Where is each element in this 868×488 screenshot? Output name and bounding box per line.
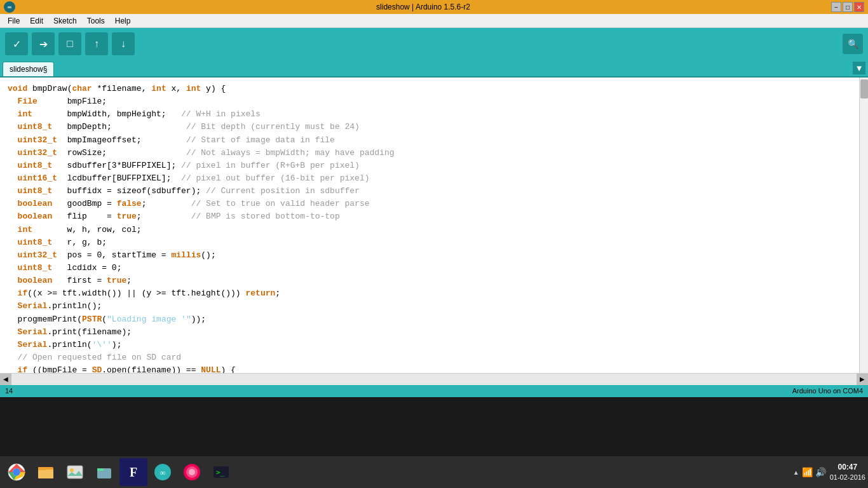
code-line-1: void bmpDraw(char *filename, int x, int …	[8, 83, 860, 95]
maximize-button[interactable]: □	[843, 2, 853, 12]
code-line-23: Serial.print(filename);	[8, 326, 860, 339]
taskbar-icon-f[interactable]: F	[119, 458, 147, 486]
taskbar: F ∞ >_ ▲ 📶 🔊	[0, 456, 868, 488]
code-line-19: if((x >= tft.width()) || (y >= tft.heigh…	[8, 287, 860, 300]
code-line-12: boolean flip = true; // BMP is stored bo…	[8, 210, 860, 223]
code-editor[interactable]: void bmpDraw(char *filename, int x, int …	[0, 78, 868, 373]
hscroll-track[interactable]	[11, 374, 857, 385]
taskbar-network-icon: 📶	[802, 467, 813, 477]
taskbar-sound-icon: 🔊	[815, 467, 826, 477]
menu-file[interactable]: File	[3, 15, 25, 27]
minimize-button[interactable]: −	[831, 2, 841, 12]
code-line-4: int bmpWidth, bmpHeight; // W+H in pixel…	[8, 108, 860, 121]
window-title: slideshow | Arduino 1.5.6-r2	[15, 3, 831, 11]
upload-button[interactable]: ➔	[32, 32, 55, 55]
svg-rect-4	[38, 470, 53, 478]
save-button[interactable]: ↓	[112, 32, 135, 55]
close-button[interactable]: ✕	[854, 2, 864, 12]
taskbar-icon-chrome[interactable]	[3, 458, 31, 486]
taskbar-icon-photo[interactable]	[178, 458, 206, 486]
taskbar-expand-icon[interactable]: ▲	[793, 469, 799, 476]
taskbar-icon-arduino[interactable]: ∞	[149, 458, 177, 486]
tab-dropdown-button[interactable]: ▼	[853, 62, 865, 74]
window-controls: − □ ✕	[831, 2, 864, 12]
menu-edit[interactable]: Edit	[25, 15, 48, 27]
svg-point-7	[70, 468, 74, 472]
code-line-3: File bmpFile;	[8, 95, 860, 108]
svg-text:>_: >_	[216, 468, 225, 477]
code-line-17: boolean first = true;	[8, 274, 860, 287]
code-line-5: uint8_t bmpDepth; // Bit depth (currentl…	[8, 121, 860, 133]
scrollbar-thumb[interactable]	[860, 79, 868, 98]
new-button[interactable]: □	[58, 32, 81, 55]
statusbar: 14 Arduino Uno on COM4	[0, 384, 868, 397]
code-line-26: if ((bmpFile = SD.open(filename)) == NUL…	[8, 364, 860, 373]
taskbar-right: ▲ 📶 🔊 00:47 01-02-2016	[793, 462, 865, 482]
taskbar-app-icons: F ∞ >_	[3, 458, 235, 486]
titlebar: ∞ slideshow | Arduino 1.5.6-r2 − □ ✕	[0, 0, 868, 14]
svg-rect-5	[38, 467, 46, 470]
menu-help[interactable]: Help	[110, 15, 136, 27]
code-line-15: uint32_t pos = 0, startTime = millis();	[8, 249, 860, 262]
toolbar: ✓ ➔ □ ↑ ↓ 🔍	[0, 28, 868, 60]
svg-rect-6	[67, 466, 83, 478]
open-button[interactable]: ↑	[85, 32, 108, 55]
svg-point-2	[14, 470, 19, 475]
code-line-16: uint8_t lcdidx = 0;	[8, 262, 860, 274]
code-line-22: progmemPrint(PSTR("Loading image '"));	[8, 313, 860, 326]
svg-text:∞: ∞	[160, 468, 166, 477]
code-line-11: boolean goodBmp = false; // Set to true …	[8, 198, 860, 210]
status-board: Arduino Uno on COM4	[792, 387, 863, 395]
code-line-7: uint32_t rowSize; // Not always = bmpWid…	[8, 147, 860, 159]
taskbar-time: 00:47	[830, 462, 865, 473]
editor-container: void bmpDraw(char *filename, int x, int …	[0, 78, 868, 373]
search-button[interactable]: 🔍	[843, 34, 863, 54]
horizontal-scrollbar[interactable]: ◀ ▶	[0, 373, 868, 384]
taskbar-sys-icons: ▲ 📶 🔊	[793, 467, 826, 477]
code-line-24: Serial.println('\'');	[8, 339, 860, 351]
menu-sketch[interactable]: Sketch	[48, 15, 82, 27]
app-logo: ∞	[4, 1, 15, 13]
status-line-number: 14	[5, 387, 13, 395]
code-line-13: int w, h, row, col;	[8, 224, 860, 236]
code-line-6: uint32_t bmpImageoffset; // Start of ima…	[8, 134, 860, 147]
code-line-8: uint8_t sdbuffer[3*BUFFPIXEL]; // pixel …	[8, 159, 860, 172]
taskbar-icon-files[interactable]	[32, 458, 60, 486]
taskbar-icon-terminal[interactable]: >_	[207, 458, 235, 486]
tab-slideshow[interactable]: slideshow§	[3, 62, 54, 76]
taskbar-icon-folder[interactable]	[90, 458, 118, 486]
svg-point-14	[189, 469, 195, 475]
taskbar-clock: 00:47 01-02-2016	[830, 462, 865, 482]
hscroll-left-button[interactable]: ◀	[0, 374, 11, 385]
code-line-9: uint16_t lcdbuffer[BUFFPIXEL]; // pixel …	[8, 172, 860, 185]
verify-button[interactable]: ✓	[5, 32, 28, 55]
menubar: File Edit Sketch Tools Help	[0, 14, 868, 28]
tabbar: slideshow§ ▼	[0, 60, 868, 78]
code-line-21: Serial.println();	[8, 300, 860, 313]
code-line-25: // Open requested file on SD card	[8, 351, 860, 364]
code-line-14: uint8_t r, g, b;	[8, 236, 860, 249]
hscroll-right-button[interactable]: ▶	[857, 374, 868, 385]
taskbar-date: 01-02-2016	[830, 473, 865, 482]
svg-rect-9	[97, 468, 104, 471]
console-area	[0, 397, 868, 454]
code-line-10: uint8_t buffidx = sizeof(sdbuffer); // C…	[8, 185, 860, 198]
taskbar-icon-image[interactable]	[61, 458, 89, 486]
menu-tools[interactable]: Tools	[82, 15, 110, 27]
vertical-scrollbar[interactable]	[859, 78, 868, 373]
